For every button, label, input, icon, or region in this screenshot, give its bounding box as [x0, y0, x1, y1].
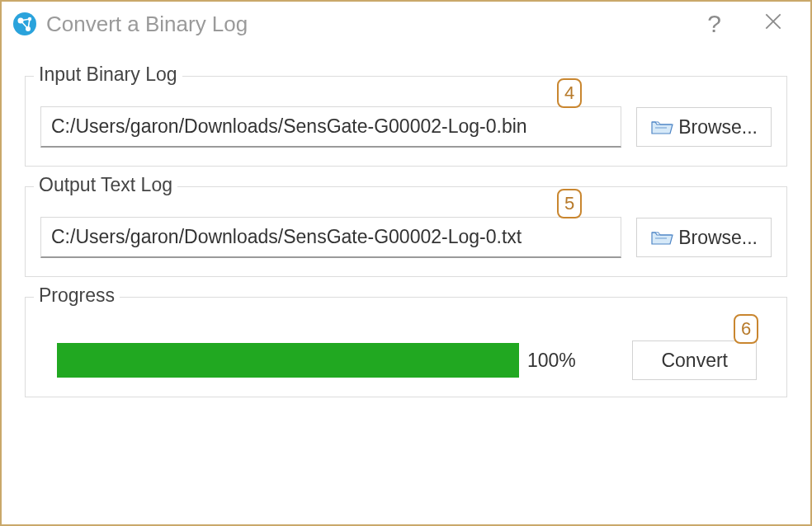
output-row: Browse... 5	[40, 217, 772, 258]
folder-open-icon	[650, 117, 673, 137]
input-binary-log-group: Input Binary Log Browse... 4	[25, 76, 787, 167]
input-browse-button[interactable]: Browse...	[636, 107, 772, 147]
titlebar: Convert a Binary Log ?	[2, 2, 810, 46]
progress-legend: Progress	[34, 284, 120, 307]
input-legend: Input Binary Log	[34, 63, 182, 86]
window-title: Convert a Binary Log	[46, 12, 707, 37]
close-icon[interactable]	[762, 11, 784, 37]
input-path-field[interactable]	[40, 106, 621, 148]
browse-label: Browse...	[678, 116, 758, 139]
svg-point-0	[13, 12, 36, 35]
input-row: Browse... 4	[40, 106, 772, 148]
dialog-window: Convert a Binary Log ? Input Binary Log	[0, 0, 812, 526]
callout-badge-6: 6	[734, 314, 758, 344]
app-icon	[12, 11, 38, 37]
progress-bar	[57, 343, 519, 378]
progress-row: 100% Convert 6	[40, 336, 772, 380]
output-legend: Output Text Log	[34, 174, 177, 196]
folder-open-icon	[650, 228, 673, 247]
help-icon[interactable]: ?	[707, 10, 721, 38]
window-controls: ?	[707, 10, 784, 38]
callout-badge-4: 4	[557, 78, 582, 108]
progress-percent: 100%	[527, 350, 576, 372]
dialog-content: Input Binary Log Browse... 4 Ou	[2, 46, 810, 397]
browse-label: Browse...	[678, 227, 758, 249]
output-browse-button[interactable]: Browse...	[636, 218, 772, 257]
callout-badge-5: 5	[557, 189, 582, 218]
progress-group: Progress 100% Convert 6	[25, 297, 787, 397]
output-text-log-group: Output Text Log Browse... 5	[25, 186, 787, 277]
output-path-field[interactable]	[40, 217, 621, 258]
convert-button[interactable]: Convert	[632, 340, 757, 380]
